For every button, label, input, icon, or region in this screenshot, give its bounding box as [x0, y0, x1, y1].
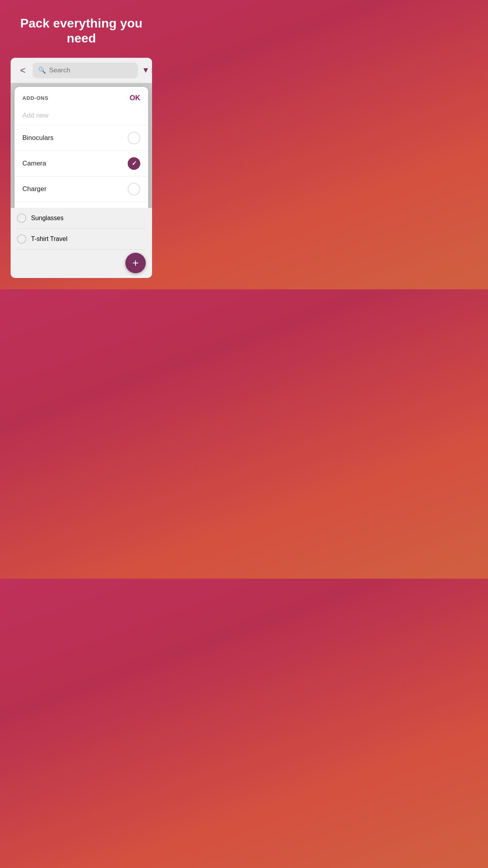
- fab-add-button[interactable]: +: [125, 253, 146, 273]
- addon-item-binoculars[interactable]: Binoculars: [15, 125, 148, 151]
- modal-title: ADD-ONS: [22, 95, 48, 101]
- item-checkbox[interactable]: [17, 234, 26, 244]
- filter-count: 12: [151, 67, 152, 74]
- modal-overlay: ADD-ONS OK Add new Binoculars Camera ✓: [11, 83, 152, 208]
- checkbox-camera[interactable]: ✓: [128, 157, 140, 170]
- add-new-row[interactable]: Add new: [15, 106, 148, 125]
- item-checkbox[interactable]: [17, 213, 26, 223]
- background-list: › M... › › › › ›: [11, 83, 152, 208]
- back-button[interactable]: <: [17, 63, 29, 77]
- item-label: T-shirt Travel: [31, 235, 67, 243]
- checkbox-binoculars[interactable]: [128, 132, 140, 144]
- filter-button[interactable]: ▼ 12: [142, 66, 152, 75]
- item-label: Sunglasses: [31, 215, 64, 222]
- addon-item-camera[interactable]: Camera ✓: [15, 151, 148, 177]
- filter-icon: ▼: [142, 66, 150, 75]
- modal-ok-button[interactable]: OK: [130, 94, 140, 102]
- phone-frame: < 🔍 ▼ 12 › M... › › ›: [11, 58, 152, 278]
- search-input[interactable]: [49, 66, 132, 74]
- modal-header: ADD-ONS OK: [15, 87, 148, 106]
- search-icon: 🔍: [38, 66, 46, 74]
- top-bar: < 🔍 ▼ 12: [11, 58, 152, 83]
- bottom-list-item-tshirt: T-shirt Travel: [17, 229, 146, 250]
- bottom-list-item-sunglasses: Sunglasses: [17, 208, 146, 229]
- page-title: Pack everything you need: [0, 16, 163, 58]
- search-bar: 🔍: [33, 63, 138, 78]
- addon-item-charger[interactable]: Charger: [15, 177, 148, 202]
- checkbox-charger[interactable]: [128, 183, 140, 195]
- bottom-area: Sunglasses T-shirt Travel +: [11, 208, 152, 277]
